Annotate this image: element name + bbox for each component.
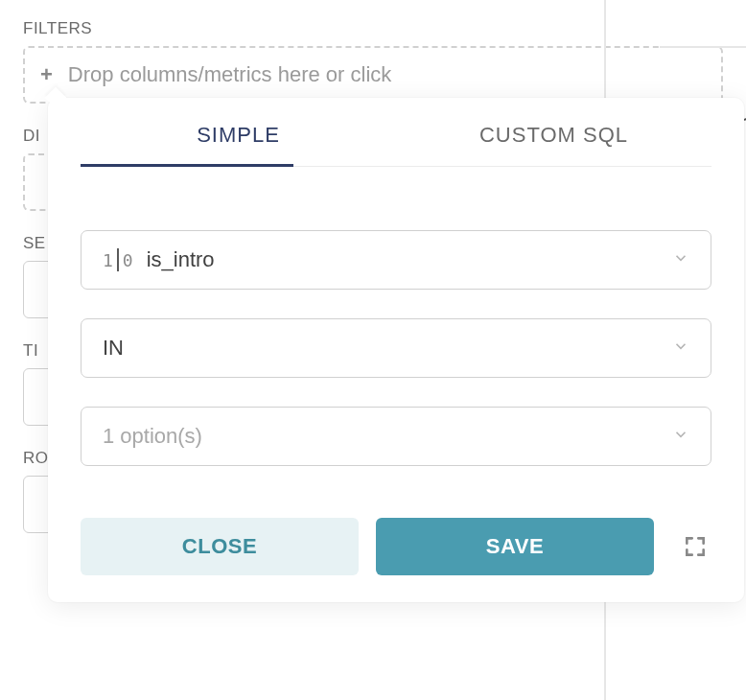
chevron-down-icon [672,336,689,361]
save-button[interactable]: SAVE [376,518,654,575]
filters-dropzone[interactable]: + Drop columns/metrics here or click [23,46,723,104]
column-type-icon: 1 0 [103,248,133,271]
options-select-placeholder: 1 option(s) [103,424,202,449]
right-horizontal-divider [660,46,746,48]
expand-icon [683,534,708,559]
operator-select[interactable]: IN [81,318,711,378]
close-button[interactable]: CLOSE [81,518,359,575]
chevron-down-icon [672,424,689,449]
column-select-value: is_intro [147,247,215,272]
filter-popover: SIMPLE CUSTOM SQL 1 0 is_intro IN 1 opti… [48,98,744,602]
options-select[interactable]: 1 option(s) [81,407,711,466]
tab-simple[interactable]: SIMPLE [81,98,396,167]
filters-section-label: FILTERS [23,19,723,38]
plus-icon: + [40,62,53,87]
tab-list: SIMPLE CUSTOM SQL [81,98,711,167]
dropzone-placeholder: Drop columns/metrics here or click [68,62,391,87]
column-select[interactable]: 1 0 is_intro [81,230,711,290]
operator-select-value: IN [103,336,124,361]
tab-custom-sql[interactable]: CUSTOM SQL [396,98,711,167]
tab-underline [81,164,293,167]
chevron-down-icon [672,247,689,272]
expand-button[interactable] [679,530,711,563]
